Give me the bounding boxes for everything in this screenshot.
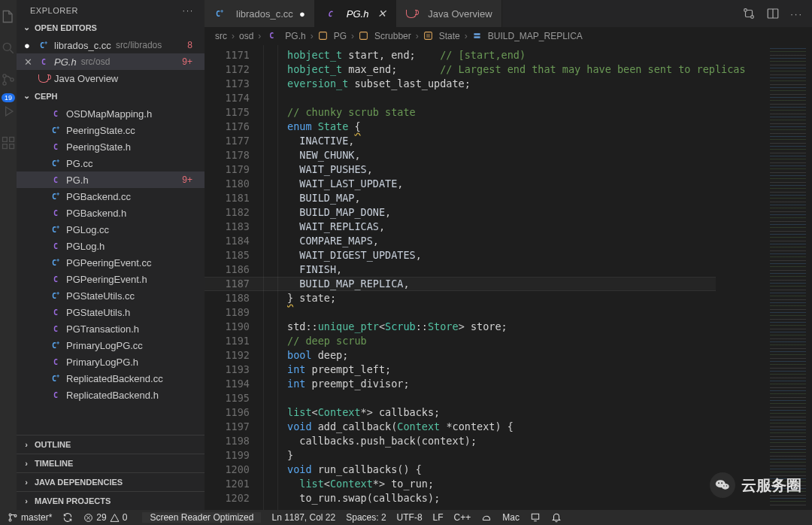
code-line[interactable]: void run_callbacks() { xyxy=(287,463,764,477)
code-line[interactable]: INACTIVE, xyxy=(287,134,764,148)
file-item[interactable]: C+PGStateUtils.cc xyxy=(17,287,205,304)
code-line[interactable]: to_run.swap(callbacks); xyxy=(287,491,764,505)
collapsed-section[interactable]: ›JAVA DEPENDENCIES xyxy=(17,472,205,491)
editor-tab[interactable]: Java Overview xyxy=(396,0,501,27)
open-editor-item[interactable]: ✕Java Overview xyxy=(17,70,205,86)
code-line[interactable]: int preempt_left; xyxy=(287,363,764,377)
breadcrumb-item[interactable]: Scrubber xyxy=(359,31,411,41)
code-line[interactable]: WAIT_REPLICAS, xyxy=(287,220,764,234)
breadcrumb-item[interactable]: osd xyxy=(239,31,253,41)
code-line[interactable]: std::unique_ptr<Scrub::Store> store; xyxy=(287,320,764,334)
breadcrumb-item[interactable]: CPG.h xyxy=(265,30,305,42)
breadcrumbs[interactable]: src›osd›CPG.h›PG›Scrubber›State›BUILD_MA… xyxy=(205,27,812,45)
code-line[interactable]: // chunky scrub state xyxy=(287,105,764,120)
code-line[interactable]: bool deep; xyxy=(287,348,764,363)
file-item[interactable]: CReplicatedBackend.h xyxy=(17,387,205,403)
code-line[interactable]: NEW_CHUNK, xyxy=(287,148,764,162)
file-item[interactable]: C+ReplicatedBackend.cc xyxy=(17,370,205,387)
code-line[interactable]: enum State { xyxy=(287,120,764,134)
collapsed-section[interactable]: ›TIMELINE xyxy=(17,454,205,472)
file-item[interactable]: C+PGBackend.cc xyxy=(17,188,205,205)
status-position[interactable]: Ln 1187, Col 22 xyxy=(271,512,335,523)
code-line[interactable]: list<Context*> callbacks; xyxy=(287,405,764,420)
file-item[interactable]: CPGBackend.h xyxy=(17,205,205,221)
code-line[interactable]: COMPARE_MAPS, xyxy=(287,234,764,248)
file-item[interactable]: C+PG.cc xyxy=(17,155,205,171)
code-line[interactable]: } xyxy=(287,448,764,463)
debug-icon[interactable] xyxy=(1,104,16,119)
code-line[interactable]: hobject_t max_end; // Largest end that m… xyxy=(287,62,764,77)
search-icon[interactable] xyxy=(1,41,16,56)
status-problems[interactable]: 29 0 xyxy=(83,512,127,523)
code-line[interactable]: WAIT_DIGEST_UPDATES, xyxy=(287,248,764,262)
code-line[interactable]: BUILD_MAP, xyxy=(287,191,764,205)
code-line[interactable] xyxy=(287,391,764,405)
code-line[interactable]: int preempt_divisor; xyxy=(287,377,764,391)
file-item[interactable]: C+PeeringState.cc xyxy=(17,122,205,138)
status-encoding[interactable]: UTF-8 xyxy=(397,512,423,523)
code-line[interactable] xyxy=(287,305,764,320)
code-line[interactable]: BUILD_MAP_REPLICA, xyxy=(287,277,764,291)
code-line[interactable]: void add_callback(Context *context) { xyxy=(287,420,764,434)
split-editor-icon[interactable] xyxy=(766,7,780,20)
editor-tab[interactable]: CPG.h✕ xyxy=(315,0,397,27)
svg-rect-14 xyxy=(426,34,430,38)
breadcrumb-item[interactable]: PG xyxy=(318,31,347,41)
collapsed-section[interactable]: ›MAVEN PROJECTS xyxy=(17,491,205,510)
more-icon[interactable]: ··· xyxy=(183,6,194,15)
code-line[interactable]: list<Context*> to_run; xyxy=(287,477,764,491)
status-spaces[interactable]: Spaces: 2 xyxy=(346,512,386,523)
minimap[interactable] xyxy=(764,45,812,510)
status-sync[interactable] xyxy=(62,512,73,523)
file-tree[interactable]: COSDMapMapping.hC+PeeringState.ccCPeerin… xyxy=(17,105,205,435)
file-item[interactable]: C+PGLog.cc xyxy=(17,221,205,238)
indent-guide xyxy=(263,45,278,510)
breadcrumb-item[interactable]: src xyxy=(215,31,227,41)
code-line[interactable]: hobject_t start, end; // [start,end) xyxy=(287,48,764,62)
open-editor-item[interactable]: ✕CPG.hsrc/osd9+ xyxy=(17,53,205,70)
file-item[interactable]: CPrimaryLogPG.h xyxy=(17,354,205,370)
code-line[interactable]: WAIT_LAST_UPDATE, xyxy=(287,177,764,191)
files-icon[interactable] xyxy=(1,9,16,24)
breadcrumb-item[interactable]: State xyxy=(423,31,460,41)
open-editors-header[interactable]: ⌄ OPEN EDITORS xyxy=(17,18,205,37)
workspace-header[interactable]: ⌄ CEPH xyxy=(17,86,205,105)
code-line[interactable]: WAIT_PUSHES, xyxy=(287,162,764,177)
code-line[interactable]: BUILD_MAP_DONE, xyxy=(287,205,764,220)
open-editor-item[interactable]: ●C+librados_c.ccsrc/librados8 xyxy=(17,37,205,53)
code-line[interactable]: FINISH, xyxy=(287,262,764,277)
status-os[interactable]: Mac xyxy=(502,512,520,523)
code-line[interactable]: // deep scrub xyxy=(287,334,764,348)
file-item[interactable]: C+PGPeeringEvent.cc xyxy=(17,254,205,271)
svg-point-8 xyxy=(744,9,747,12)
code-line[interactable]: callbacks.push_back(context); xyxy=(287,434,764,448)
status-bell-icon[interactable] xyxy=(551,512,562,523)
compare-changes-icon[interactable] xyxy=(742,7,756,20)
status-branch[interactable]: master* xyxy=(8,512,52,523)
status-eol[interactable]: LF xyxy=(433,512,444,523)
file-item[interactable]: COSDMapMapping.h xyxy=(17,105,205,122)
code-area[interactable]: hobject_t start, end; // [start,end)hobj… xyxy=(278,45,764,510)
code-line[interactable]: eversion_t subset_last_update; xyxy=(287,77,764,91)
file-item[interactable]: CPGLog.h xyxy=(17,238,205,254)
extensions-icon[interactable] xyxy=(1,135,16,150)
file-item[interactable]: CPG.h9+ xyxy=(17,171,205,188)
file-item[interactable]: CPGTransaction.h xyxy=(17,320,205,337)
file-item[interactable]: CPeeringState.h xyxy=(17,138,205,155)
file-item[interactable]: CPGStateUtils.h xyxy=(17,304,205,320)
code-editor[interactable]: 1171117211731174117511761177117811791180… xyxy=(205,45,812,510)
status-feedback-icon[interactable] xyxy=(481,512,492,523)
file-item[interactable]: C+PrimaryLogPG.cc xyxy=(17,337,205,354)
code-line[interactable] xyxy=(287,91,764,105)
collapsed-section[interactable]: ›OUTLINE xyxy=(17,435,205,454)
status-screen-reader[interactable]: Screen Reader Optimized xyxy=(142,512,261,523)
editor-tab[interactable]: C+librados_c.cc● xyxy=(205,0,315,27)
close-icon[interactable]: ✕ xyxy=(377,8,386,20)
breadcrumb-item[interactable]: BUILD_MAP_REPLICA xyxy=(472,31,583,41)
status-remote-icon[interactable] xyxy=(530,512,541,523)
status-language[interactable]: C++ xyxy=(454,512,471,523)
more-actions-icon[interactable]: ··· xyxy=(790,8,803,20)
code-line[interactable]: } state; xyxy=(287,291,764,305)
file-item[interactable]: CPGPeeringEvent.h xyxy=(17,271,205,287)
scm-icon[interactable] xyxy=(1,72,16,87)
